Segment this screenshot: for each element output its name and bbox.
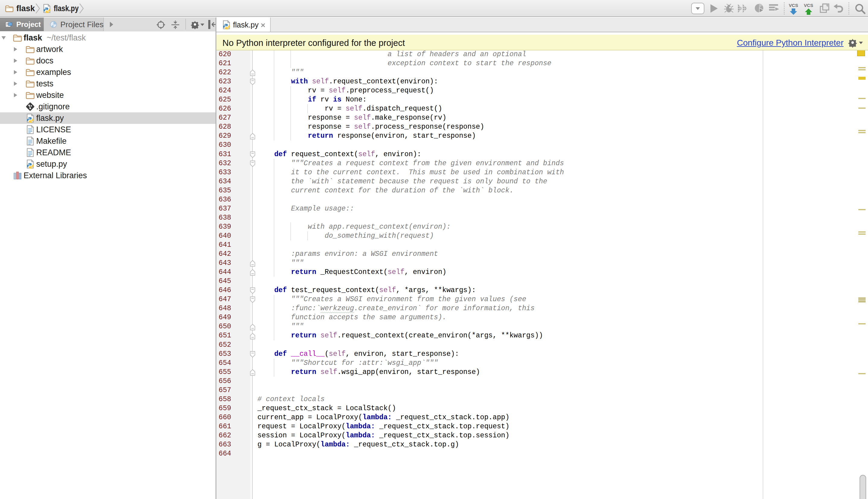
svg-text:VCS: VCS [804,3,813,8]
svg-text:VCS: VCS [789,3,798,8]
